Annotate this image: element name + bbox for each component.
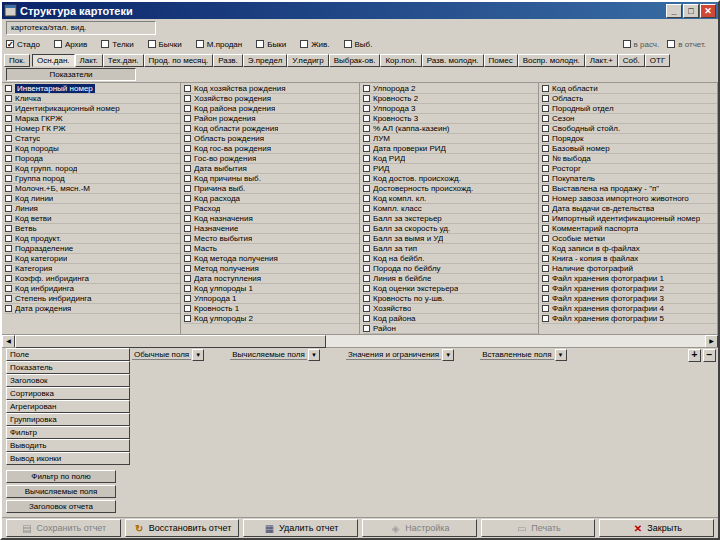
field-item[interactable]: Кровность 2 bbox=[363, 94, 538, 104]
tab[interactable]: Лакт.+ bbox=[585, 54, 618, 67]
field-checkbox[interactable] bbox=[184, 195, 191, 202]
field-checkbox[interactable] bbox=[184, 295, 191, 302]
field-item[interactable]: Коэфф. инбридинга bbox=[5, 274, 180, 284]
field-checkbox[interactable] bbox=[184, 275, 191, 282]
field-item[interactable]: Код ветви bbox=[5, 214, 180, 224]
field-checkbox[interactable] bbox=[184, 265, 191, 272]
field-checkbox[interactable] bbox=[542, 175, 549, 182]
field-checkbox[interactable] bbox=[363, 195, 370, 202]
field-checkbox[interactable] bbox=[363, 225, 370, 232]
grid-column-header[interactable]: Обычные поля ▼ bbox=[132, 349, 204, 361]
field-checkbox[interactable] bbox=[363, 95, 370, 102]
grid-row-header-button[interactable]: Сортировка bbox=[6, 387, 130, 400]
field-checkbox[interactable] bbox=[184, 215, 191, 222]
field-checkbox[interactable] bbox=[184, 255, 191, 262]
checkbox-icon[interactable] bbox=[256, 40, 264, 48]
field-item[interactable]: Линия bbox=[5, 204, 180, 214]
field-item[interactable]: Группа пород bbox=[5, 174, 180, 184]
field-checkbox[interactable] bbox=[184, 145, 191, 152]
field-checkbox[interactable] bbox=[363, 215, 370, 222]
tab[interactable]: Соб. bbox=[618, 54, 645, 67]
field-item[interactable]: Метод получения bbox=[184, 264, 359, 274]
field-checkbox[interactable] bbox=[184, 305, 191, 312]
field-item[interactable]: Породный отдел bbox=[542, 104, 717, 114]
field-checkbox[interactable] bbox=[184, 225, 191, 232]
toolbar-button[interactable]: Закрыть bbox=[599, 519, 714, 537]
field-checkbox[interactable] bbox=[363, 135, 370, 142]
field-checkbox[interactable] bbox=[184, 185, 191, 192]
field-item[interactable]: Код продукт. bbox=[5, 234, 180, 244]
field-checkbox[interactable] bbox=[5, 275, 12, 282]
field-checkbox[interactable] bbox=[5, 175, 12, 182]
filter-checkbox[interactable]: Бычки bbox=[148, 40, 182, 49]
field-item[interactable]: Импортный идентификационный номер bbox=[542, 214, 717, 224]
grid-column-header[interactable]: Вставленные поля ▼ bbox=[480, 349, 566, 361]
field-checkbox[interactable] bbox=[5, 305, 12, 312]
field-checkbox[interactable] bbox=[363, 265, 370, 272]
field-checkbox[interactable] bbox=[5, 125, 12, 132]
checkbox-icon[interactable] bbox=[667, 40, 675, 48]
maximize-button[interactable]: □ bbox=[683, 4, 699, 18]
field-item[interactable]: Код достов. происхожд. bbox=[363, 174, 538, 184]
checkbox-icon[interactable] bbox=[148, 40, 156, 48]
field-checkbox[interactable] bbox=[184, 85, 191, 92]
checkbox-icon[interactable] bbox=[101, 40, 109, 48]
field-item[interactable]: Улпорода 3 bbox=[363, 104, 538, 114]
field-checkbox[interactable] bbox=[5, 255, 12, 262]
field-checkbox[interactable] bbox=[184, 95, 191, 102]
field-checkbox[interactable] bbox=[363, 305, 370, 312]
field-item[interactable]: № выбода bbox=[542, 154, 717, 164]
field-item[interactable]: Код области bbox=[542, 84, 717, 94]
field-checkbox[interactable] bbox=[363, 85, 370, 92]
field-item[interactable]: Дата проверки РИД bbox=[363, 144, 538, 154]
tab[interactable]: Прод. по месяц. bbox=[144, 54, 214, 67]
filter-checkbox[interactable]: Выб. bbox=[344, 40, 373, 49]
close-window-button[interactable]: ✕ bbox=[700, 4, 716, 18]
remove-field-button[interactable]: − bbox=[703, 349, 716, 362]
tab[interactable]: Э.предел bbox=[243, 54, 288, 67]
field-item[interactable]: Дата рождения bbox=[5, 304, 180, 314]
field-checkbox[interactable] bbox=[542, 275, 549, 282]
field-checkbox[interactable] bbox=[542, 315, 549, 322]
grid-row-header-button[interactable]: Фильтр bbox=[6, 426, 130, 439]
field-checkbox[interactable] bbox=[363, 285, 370, 292]
field-checkbox[interactable] bbox=[542, 155, 549, 162]
field-item[interactable]: Расход bbox=[184, 204, 359, 214]
tab[interactable]: Воспр. молодн. bbox=[518, 54, 585, 67]
field-item[interactable]: Номер ГК РЖ bbox=[5, 124, 180, 134]
field-item[interactable]: Порода по бейблу bbox=[363, 264, 538, 274]
field-checkbox[interactable] bbox=[184, 125, 191, 132]
field-item[interactable]: Район bbox=[363, 324, 538, 334]
field-item[interactable]: Молочн.+Б, мясн.-М bbox=[5, 184, 180, 194]
dropdown-arrow-icon[interactable]: ▼ bbox=[442, 349, 454, 361]
toolbar-button[interactable]: Печать bbox=[481, 519, 596, 537]
field-checkbox[interactable] bbox=[184, 175, 191, 182]
field-item[interactable]: Компл. класс bbox=[363, 204, 538, 214]
toolbar-button[interactable]: Сохранить отчет bbox=[6, 519, 121, 537]
field-item[interactable]: Кличка bbox=[5, 94, 180, 104]
field-item[interactable]: Код назначения bbox=[184, 214, 359, 224]
field-item[interactable]: Файл хранения фотографии 3 bbox=[542, 294, 717, 304]
toolbar-button[interactable]: Восстановить отчет bbox=[125, 519, 240, 537]
field-checkbox[interactable] bbox=[542, 165, 549, 172]
field-item[interactable]: Особые метки bbox=[542, 234, 717, 244]
field-checkbox[interactable] bbox=[542, 285, 549, 292]
tab[interactable]: Лакт. bbox=[75, 54, 103, 67]
field-item[interactable]: Марка ГКРЖ bbox=[5, 114, 180, 124]
field-checkbox[interactable] bbox=[363, 255, 370, 262]
field-item[interactable]: Балл за тип bbox=[363, 244, 538, 254]
field-checkbox[interactable] bbox=[363, 145, 370, 152]
field-checkbox[interactable] bbox=[184, 235, 191, 242]
checkbox-icon[interactable] bbox=[54, 40, 62, 48]
grid-row-header-button[interactable]: Поле bbox=[6, 348, 130, 361]
field-checkbox[interactable] bbox=[5, 105, 12, 112]
field-item[interactable]: Балл за экстерьер bbox=[363, 214, 538, 224]
title-bar[interactable]: Структура картотеки _ □ ✕ bbox=[2, 2, 718, 19]
field-item[interactable]: Выставлена на продажу - "п" bbox=[542, 184, 717, 194]
field-item[interactable]: Код расхода bbox=[184, 194, 359, 204]
field-checkbox[interactable] bbox=[363, 155, 370, 162]
field-checkbox[interactable] bbox=[542, 95, 549, 102]
field-checkbox[interactable] bbox=[5, 165, 12, 172]
field-item[interactable]: Район рождения bbox=[184, 114, 359, 124]
field-item[interactable]: Хозяйство bbox=[363, 304, 538, 314]
